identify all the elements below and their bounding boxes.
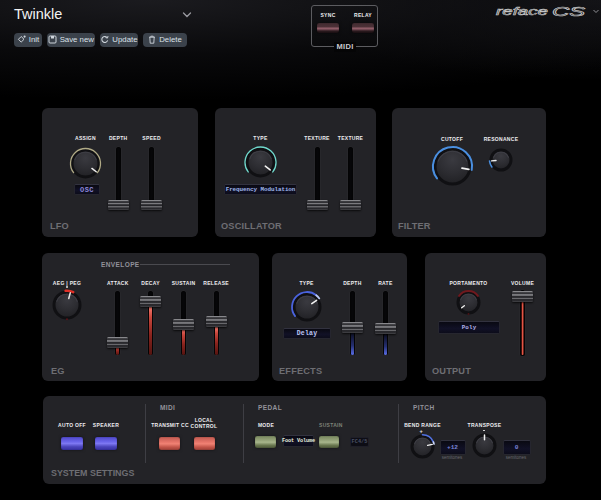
svg-text:CS: CS: [552, 4, 586, 19]
svg-text:reface: reface: [496, 5, 548, 17]
